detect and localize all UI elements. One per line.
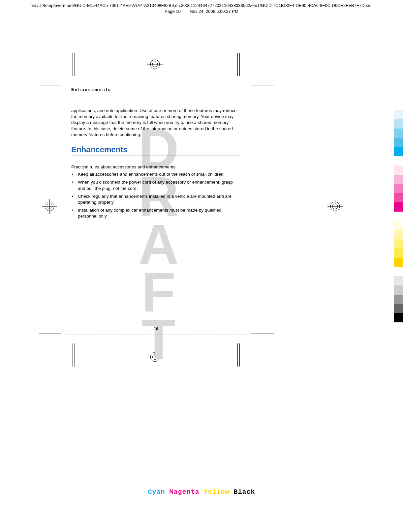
crop-guide (39, 334, 61, 334)
crop-tick (75, 343, 75, 367)
bullet-list: Keep all accessories and enhancements ou… (71, 171, 241, 220)
cyan-swatch (394, 129, 403, 138)
yellow-label: Yellow (204, 488, 230, 496)
crop-guide (39, 85, 61, 85)
yellow-swatch (394, 249, 403, 258)
crop-tick (73, 343, 73, 367)
intro-line: Practical rules about accessories and en… (71, 164, 241, 169)
list-item: When you disconnect the power cord of an… (71, 179, 241, 191)
crop-guide (251, 85, 274, 85)
cyan-swatch (394, 110, 403, 119)
header-date: Nov 24, 2006 5:00:27 PM (190, 9, 238, 14)
black-swatch (394, 313, 403, 322)
registration-mark-icon (147, 349, 163, 365)
list-item: Check regularly that enhancements instal… (71, 193, 241, 205)
magenta-swatch (394, 184, 403, 193)
crop-tick (239, 343, 240, 367)
page-label: Page 10 (165, 9, 180, 14)
section-label: Enhancements (71, 87, 241, 92)
registration-mark-icon (42, 199, 57, 214)
yellow-swatch (394, 258, 403, 267)
black-swatch (394, 295, 403, 304)
file-path: file:/D:/temp/overmode/GUID-E1544AC5-706… (0, 3, 403, 9)
black-swatch (394, 285, 403, 295)
cmyk-footer: Cyan Magenta Yellow Black (0, 488, 403, 496)
cyan-swatch (394, 147, 403, 156)
page-number: 10 (64, 327, 248, 331)
cyan-swatch (394, 138, 403, 147)
crop-tick (239, 53, 240, 76)
section-heading: Enhancements (71, 145, 241, 156)
list-item: Installation of any complex car enhancem… (71, 207, 241, 219)
black-swatch (394, 276, 403, 285)
magenta-label: Magenta (169, 488, 199, 496)
body-paragraph: applications, and note application. Use … (71, 108, 241, 138)
crop-tick (237, 53, 238, 76)
magenta-swatch (394, 175, 403, 184)
registration-mark-icon (327, 199, 343, 214)
yellow-swatch (394, 221, 403, 230)
crop-tick (75, 53, 75, 76)
yellow-swatch (394, 239, 403, 249)
content-frame: Enhancements applications, and note appl… (64, 84, 248, 335)
black-swatch (394, 304, 403, 313)
file-header: file:/D:/temp/overmode/GUID-E1544AC5-706… (0, 0, 403, 15)
magenta-swatch (394, 193, 403, 202)
yellow-swatch (394, 230, 403, 239)
cyan-swatch (394, 119, 403, 129)
black-label: Black (234, 488, 255, 496)
registration-mark-icon (147, 57, 163, 72)
crop-tick (237, 343, 238, 367)
crop-tick (73, 53, 73, 76)
magenta-swatch (394, 202, 403, 212)
cyan-label: Cyan (148, 488, 165, 496)
crop-guide (251, 334, 274, 334)
magenta-swatch (394, 165, 403, 175)
color-calibration-bars (394, 110, 403, 322)
list-item: Keep all accessories and enhancements ou… (71, 171, 241, 177)
